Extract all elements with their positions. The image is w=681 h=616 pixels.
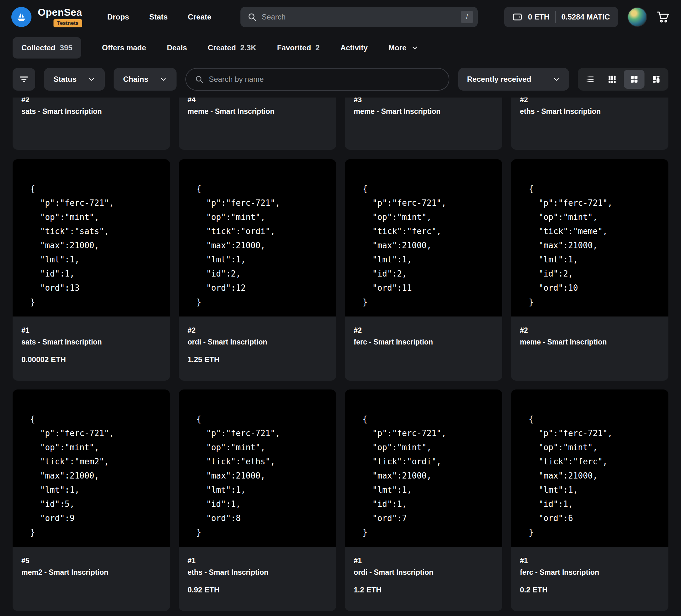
tab-favorited[interactable]: Favorited 2 — [277, 44, 320, 52]
collected-items-grid: #2 sats - Smart Inscription #4 meme - Sm… — [0, 98, 681, 611]
nft-card[interactable]: { "p":"ferc-721", "op":"mint", "tick":"o… — [179, 159, 336, 381]
nft-token-number: #2 — [354, 326, 494, 335]
nft-card-info: #1 ordi - Smart Inscription 1.2 ETH — [345, 547, 502, 611]
cards-grid-partial: #2 sats - Smart Inscription #4 meme - Sm… — [0, 98, 681, 150]
nft-card[interactable]: { "p":"ferc-721", "op":"mint", "tick":"o… — [345, 389, 502, 611]
tab-collected[interactable]: Collected 395 — [12, 37, 81, 58]
cart-icon — [656, 10, 670, 24]
top-navbar: OpenSea Testnets Drops Stats Create / 0 … — [0, 0, 681, 34]
matic-balance: 0.5284 MATIC — [561, 12, 610, 21]
nft-card[interactable]: { "p":"ferc-721", "op":"mint", "tick":"m… — [12, 389, 170, 611]
tab-created[interactable]: Created 2.3K — [208, 44, 256, 52]
main-nav: Drops Stats Create — [107, 12, 211, 21]
view-mode-toggle — [578, 68, 669, 91]
tab-offers-made[interactable]: Offers made — [102, 44, 146, 52]
nft-card-info: #1 eths - Smart Inscription 0.92 ETH — [179, 547, 336, 611]
nft-collection-name: meme - Smart Inscription — [187, 107, 327, 116]
wallet-balance[interactable]: 0 ETH 0.5284 MATIC — [504, 7, 618, 27]
inscription-json-text: { "p":"ferc-721", "op":"mint", "tick":"f… — [362, 182, 502, 309]
sailboat-icon — [15, 11, 28, 23]
tab-count: 395 — [60, 44, 72, 52]
filter-bar: Status Chains Recently received — [0, 68, 681, 91]
sort-dropdown[interactable]: Recently received — [458, 68, 569, 91]
nav-drops[interactable]: Drops — [107, 12, 129, 21]
nft-card[interactable]: #2 eths - Smart Inscription — [511, 98, 669, 150]
inscription-json-text: { "p":"ferc-721", "op":"mint", "tick":"o… — [362, 412, 502, 540]
wallet-icon — [512, 12, 522, 22]
user-avatar[interactable] — [628, 7, 647, 27]
name-search-field[interactable] — [185, 68, 449, 91]
view-small-grid-button[interactable] — [602, 70, 623, 89]
chevron-down-icon — [159, 76, 167, 83]
nft-token-number: #1 — [354, 556, 494, 565]
tab-label: Favorited — [277, 44, 311, 52]
cards-grid-full: { "p":"ferc-721", "op":"mint", "tick":"s… — [0, 159, 681, 611]
masonry-view-icon — [651, 75, 661, 84]
nft-token-number: #5 — [21, 556, 161, 565]
global-search[interactable]: / — [241, 7, 478, 27]
nft-collection-name: ferc - Smart Inscription — [520, 568, 660, 577]
tab-label: Activity — [340, 44, 368, 52]
filter-toggle-button[interactable] — [12, 68, 35, 91]
nft-card[interactable]: { "p":"ferc-721", "op":"mint", "tick":"m… — [511, 159, 669, 381]
nav-create[interactable]: Create — [188, 12, 211, 21]
nft-collection-name: sats - Smart Inscription — [21, 337, 161, 347]
nft-card[interactable]: #2 sats - Smart Inscription — [12, 98, 170, 150]
filter-icon — [19, 74, 29, 85]
view-masonry-button[interactable] — [646, 70, 666, 89]
chains-label: Chains — [123, 75, 148, 84]
nft-token-number: #3 — [354, 98, 494, 104]
nft-collection-name: ordi - Smart Inscription — [354, 568, 494, 577]
nft-token-number: #2 — [187, 326, 327, 335]
nft-price: 1.25 ETH — [187, 355, 327, 364]
inscription-json-text: { "p":"ferc-721", "op":"mint", "tick":"m… — [30, 412, 170, 540]
nft-card-image: { "p":"ferc-721", "op":"mint", "tick":"f… — [345, 159, 502, 316]
nft-collection-name: mem2 - Smart Inscription — [21, 568, 161, 577]
view-large-grid-button[interactable] — [624, 70, 645, 89]
tab-count: 2.3K — [241, 44, 256, 52]
inscription-json-text: { "p":"ferc-721", "op":"mint", "tick":"e… — [196, 412, 336, 540]
testnets-badge: Testnets — [53, 19, 82, 27]
nft-card-image: { "p":"ferc-721", "op":"mint", "tick":"e… — [179, 389, 336, 547]
opensea-logo[interactable] — [11, 7, 31, 27]
nft-card-info: #5 mem2 - Smart Inscription — [12, 547, 170, 593]
nft-card[interactable]: { "p":"ferc-721", "op":"mint", "tick":"f… — [511, 389, 669, 611]
nft-card[interactable]: { "p":"ferc-721", "op":"mint", "tick":"s… — [12, 159, 170, 381]
nav-stats[interactable]: Stats — [149, 12, 168, 21]
name-search-input[interactable] — [209, 75, 440, 84]
search-shortcut-key: / — [461, 11, 473, 23]
global-search-input[interactable] — [262, 12, 456, 21]
nft-collection-name: sats - Smart Inscription — [21, 107, 161, 116]
nft-collection-name: meme - Smart Inscription — [520, 337, 660, 347]
nft-token-number: #1 — [520, 556, 660, 565]
tab-more[interactable]: More — [388, 44, 418, 52]
nft-price: 0.2 ETH — [520, 585, 660, 595]
chains-filter-dropdown[interactable]: Chains — [114, 68, 177, 91]
view-list-button[interactable] — [580, 70, 601, 89]
nft-card[interactable]: #4 meme - Smart Inscription — [179, 98, 336, 150]
list-view-icon — [585, 75, 595, 84]
inscription-json-text: { "p":"ferc-721", "op":"mint", "tick":"o… — [196, 182, 336, 309]
nft-card-image: { "p":"ferc-721", "op":"mint", "tick":"o… — [345, 389, 502, 547]
nft-token-number: #4 — [187, 98, 327, 104]
nft-card-info: #1 sats - Smart Inscription 0.00002 ETH — [12, 316, 170, 381]
sort-label: Recently received — [467, 75, 531, 84]
profile-tabs: Collected 395 Offers made Deals Created … — [0, 35, 681, 60]
nft-card-image: { "p":"ferc-721", "op":"mint", "tick":"m… — [511, 159, 669, 316]
tab-activity[interactable]: Activity — [340, 44, 368, 52]
brand-name: OpenSea — [38, 7, 82, 18]
status-filter-dropdown[interactable]: Status — [44, 68, 105, 91]
tab-deals[interactable]: Deals — [167, 44, 187, 52]
search-icon — [195, 75, 204, 84]
tab-label: Deals — [167, 44, 187, 52]
nft-card[interactable]: { "p":"ferc-721", "op":"mint", "tick":"f… — [345, 159, 502, 381]
nft-card-info: #2 ferc - Smart Inscription — [345, 316, 502, 363]
large-grid-view-icon — [629, 75, 639, 84]
nft-price: 0.92 ETH — [187, 585, 327, 595]
nft-card[interactable]: { "p":"ferc-721", "op":"mint", "tick":"e… — [179, 389, 336, 611]
nft-card-info: #3 meme - Smart Inscription — [354, 98, 494, 116]
nft-card[interactable]: #3 meme - Smart Inscription — [345, 98, 502, 150]
nft-card-image: { "p":"ferc-721", "op":"mint", "tick":"m… — [12, 389, 170, 547]
nft-collection-name: eths - Smart Inscription — [520, 107, 660, 116]
cart-button[interactable] — [656, 10, 670, 24]
